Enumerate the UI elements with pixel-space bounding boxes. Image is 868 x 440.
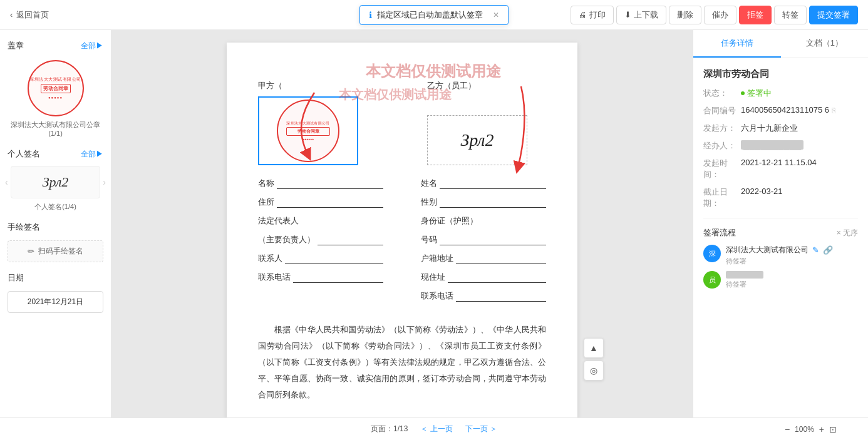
- doc-page: 本文档仅供测试用途 本文档仅供测试用途: [227, 43, 577, 417]
- gender-line: [440, 198, 546, 208]
- seal-arc-bottom: ●●●●●: [48, 96, 63, 100]
- hand-sig-label: 手绘签名: [8, 222, 40, 233]
- party-a-form: 名称 住所 法定代表人 （主要负责人） 联系人: [258, 178, 383, 309]
- flow-link-icon[interactable]: 🔗: [823, 245, 833, 255]
- status-badge: 签署中: [741, 88, 772, 99]
- surname-line: [440, 179, 546, 189]
- contact-line: [285, 254, 383, 264]
- form-row-main-person: （主要负责人）: [258, 234, 383, 245]
- form-row-legal-rep: 法定代表人: [258, 215, 383, 227]
- surname-label: 姓名: [421, 178, 437, 189]
- submit-sign-button[interactable]: 提交签署: [809, 6, 858, 24]
- date-header: 日期: [0, 269, 111, 287]
- scroll-top-button[interactable]: ▲: [584, 338, 604, 358]
- hand-sig-button[interactable]: ✏ 扫码手绘签名: [8, 240, 103, 262]
- back-home-label: 返回首页: [16, 9, 49, 21]
- phone-a-line: [293, 273, 383, 283]
- prev-page-button[interactable]: ＜ 上一页: [420, 424, 452, 434]
- toolbar-actions: 🖨 打印 ⬇ 上下载 删除 催办 拒签 转签 提交签署: [571, 6, 858, 24]
- date-label: 日期: [8, 272, 24, 284]
- form-row-id: 身份证（护照）: [421, 215, 546, 227]
- party-b-sig-box[interactable]: Зрл2: [427, 115, 527, 165]
- delete-button[interactable]: 删除: [669, 6, 701, 24]
- seal-section-label: 盖章: [8, 40, 24, 51]
- flow-title-label: 签署流程: [703, 227, 736, 238]
- doc-bottom-bar: 页面：1/13 ＜ 上一页 下一页 ＞ − 100% + ⊡: [0, 417, 868, 440]
- form-row-phone-b: 联系电话: [421, 290, 546, 302]
- seal-all-link[interactable]: 全部▶: [81, 41, 103, 51]
- status-key: 状态：: [703, 88, 741, 99]
- current-addr-label: 现住址: [421, 272, 445, 283]
- main-person-line: [318, 235, 383, 245]
- watermark-1: 本文档仅供测试用途: [366, 61, 501, 81]
- detail-row-status: 状态： 签署中: [703, 88, 858, 99]
- seal-circle: 深圳法大大测试有限公司 劳动合同章 ●●●●●: [28, 60, 84, 116]
- date-box[interactable]: 2021年12月21日: [8, 291, 103, 313]
- id-label: 身份证（护照）: [421, 215, 478, 227]
- copy-icon[interactable]: ⎘: [832, 106, 836, 114]
- urge-button[interactable]: 催办: [704, 6, 736, 24]
- fullscreen-button[interactable]: ⊡: [829, 424, 837, 434]
- personal-sig-section: 个人签名 全部▶ ‹ Зрл2 › 个人签名(1/4): [0, 145, 111, 213]
- main-area: 盖章 全部▶ 深圳法大大测试有限公司 劳动合同章 ●●●●● 深圳法大大测试有限…: [0, 30, 868, 417]
- tab-document[interactable]: 文档（1）: [781, 30, 869, 58]
- right-panel: 任务详情 文档（1） 深圳市劳动合同 状态： 签署中 合同编号 16400565…: [693, 30, 868, 417]
- right-panel-body: 深圳市劳动合同 状态： 签署中 合同编号 164005650421311075 …: [693, 58, 868, 417]
- sig-prev-arrow[interactable]: ‹: [5, 177, 8, 187]
- legal-rep-label: 法定代表人: [258, 215, 299, 227]
- zoom-out-button[interactable]: −: [785, 424, 790, 434]
- doc-form-fields: 名称 住所 法定代表人 （主要负责人） 联系人: [258, 178, 546, 309]
- info-icon: ℹ: [369, 10, 372, 20]
- transfer-button[interactable]: 转签: [774, 6, 807, 24]
- hand-sig-btn-label: 扫码手绘签名: [38, 246, 83, 257]
- print-icon: 🖨: [579, 10, 587, 19]
- sender-key: 发起方：: [703, 123, 741, 134]
- back-home-button[interactable]: ‹ 返回首页: [10, 9, 49, 21]
- seal-item[interactable]: 深圳法大大测试有限公司 劳动合同章 ●●●●● 深圳法大大测试有限公司公章(1/…: [0, 55, 111, 142]
- embedded-seal-center: 劳动合同章: [286, 127, 329, 136]
- flow-avatar-person: 员: [703, 271, 721, 289]
- flow-no-limit: × 无序: [837, 228, 858, 238]
- tab-task-detail[interactable]: 任务详情: [693, 30, 781, 58]
- main-person-label: （主要负责人）: [258, 234, 315, 245]
- flow-title: 签署流程 × 无序: [703, 227, 858, 238]
- body-paragraph: 根据《中华人民共和国劳动法》（以下简称《劳动法》）、《中华人民共和国劳动合同法》…: [258, 322, 546, 403]
- form-row-gender: 性别: [421, 197, 546, 208]
- back-arrow-icon: ‹: [10, 10, 13, 19]
- toast-close-icon[interactable]: ✕: [493, 11, 499, 19]
- household-line: [456, 254, 546, 264]
- address-label: 住所: [258, 197, 274, 208]
- download-button[interactable]: ⬇ 上下载: [616, 6, 666, 24]
- next-page-button[interactable]: 下一页 ＞: [465, 424, 497, 434]
- reject-button[interactable]: 拒签: [739, 6, 772, 24]
- form-row-current-addr: 现住址: [421, 272, 546, 283]
- phone-b-line: [456, 292, 546, 302]
- left-sidebar: 盖章 全部▶ 深圳法大大测试有限公司 劳动合同章 ●●●●● 深圳法大大测试有限…: [0, 30, 111, 417]
- embedded-company-seal: 深圳法大大测试有限公司 劳动合同章 ●●●●●●: [277, 100, 339, 162]
- scroll-bottom-button[interactable]: ◎: [584, 361, 604, 381]
- contract-no-value: 164005650421311075 6 ⎘: [741, 105, 858, 115]
- doc-float-buttons: ▲ ◎: [584, 338, 604, 381]
- form-row-contact: 联系人: [258, 253, 383, 264]
- party-a-label: 甲方（: [258, 80, 377, 91]
- zoom-in-button[interactable]: +: [819, 424, 824, 434]
- personal-sig-all-link[interactable]: 全部▶: [81, 149, 103, 160]
- detail-row-sender: 发起方： 六月十九新企业: [703, 123, 858, 134]
- download-icon: ⬇: [624, 10, 631, 19]
- employee-signature: Зрл2: [460, 130, 493, 150]
- detail-row-contract-no: 合同编号 164005650421311075 6 ⎘: [703, 105, 858, 116]
- manager-blur: ██████████: [741, 140, 803, 150]
- sig-next-arrow[interactable]: ›: [103, 177, 106, 187]
- form-row-surname: 姓名: [421, 178, 546, 189]
- party-a-seal-box[interactable]: 深圳法大大测试有限公司 劳动合同章 ●●●●●●: [258, 96, 358, 165]
- detail-row-time: 发起时间： 2021-12-21 11.15.04: [703, 158, 858, 180]
- status-dot: [741, 91, 745, 95]
- flow-item-person: 员 待签署: [703, 271, 858, 289]
- embedded-seal-inner: 深圳法大大测试有限公司 劳动合同章 ●●●●●●: [286, 121, 329, 141]
- flow-edit-icon[interactable]: ✎: [812, 245, 819, 255]
- embedded-seal-bottom: ●●●●●●: [286, 137, 329, 141]
- id-num-label: 号码: [421, 234, 437, 245]
- detail-row-deadline: 截止日期： 2022-03-21: [703, 187, 858, 209]
- contact-label: 联系人: [258, 253, 282, 264]
- print-button[interactable]: 🖨 打印: [571, 6, 614, 24]
